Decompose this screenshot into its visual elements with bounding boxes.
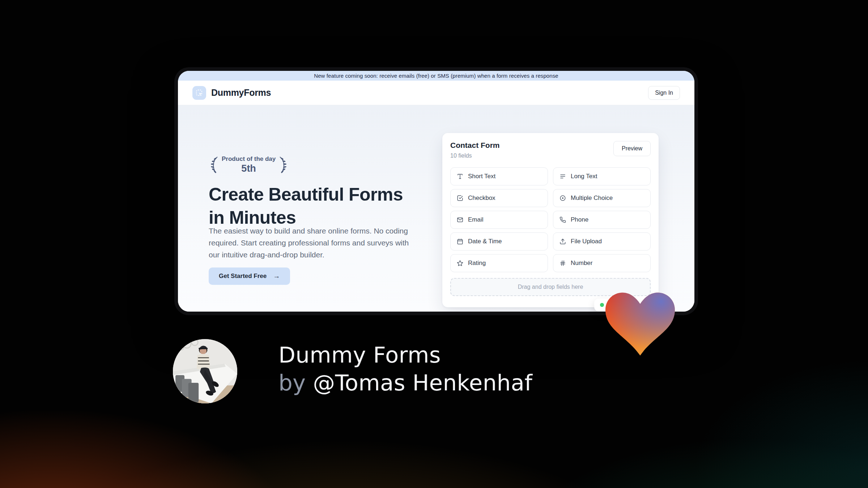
long-text-icon — [559, 173, 566, 180]
field-type-date-time[interactable]: Date & Time — [450, 232, 548, 251]
announcement-banner: New feature coming soon: receive emails … — [178, 71, 694, 81]
hero-headline: Create Beautiful Forms in Minutes — [209, 183, 411, 229]
drag-drop-text: Drag and drop fields here — [518, 284, 583, 290]
field-label: File Upload — [571, 238, 602, 245]
field-label: Long Text — [571, 173, 597, 180]
field-label: Number — [571, 260, 592, 267]
brand-name: DummyForms — [211, 87, 271, 98]
field-type-phone[interactable]: Phone — [553, 211, 651, 229]
browser-window: New feature coming soon: receive emails … — [174, 67, 698, 315]
field-label: Email — [468, 216, 484, 223]
field-label: Date & Time — [468, 238, 502, 245]
laurel-right-icon — [278, 155, 289, 175]
get-started-button[interactable]: Get Started Free → — [209, 267, 290, 285]
form-builder-card: Contact Form 10 fields Preview Short Tex… — [442, 133, 659, 307]
email-icon — [457, 217, 463, 223]
credit-text: Dummy Forms by @Tomas Henkenhaf — [278, 341, 532, 397]
hash-icon — [559, 260, 566, 266]
field-type-number[interactable]: Number — [553, 254, 651, 272]
credit-handle: @Tomas Henkenhaf — [313, 370, 532, 395]
award-title: Product of the day — [222, 156, 276, 162]
field-type-checkbox[interactable]: Checkbox — [450, 189, 548, 207]
star-icon — [457, 260, 463, 266]
field-label: Rating — [468, 260, 486, 267]
field-label: Multiple Choice — [571, 194, 613, 202]
checkbox-icon — [457, 195, 463, 201]
site-header: DummyForms Sign In — [178, 81, 694, 105]
phone-icon — [559, 217, 566, 223]
preview-button[interactable]: Preview — [613, 141, 651, 156]
field-type-email[interactable]: Email — [450, 211, 548, 229]
hero-description: The easiest way to build and share onlin… — [209, 225, 417, 261]
arrow-right-icon: → — [273, 272, 280, 280]
credit-title: Dummy Forms — [278, 341, 532, 369]
green-dot-icon — [600, 303, 604, 307]
form-title: Contact Form — [450, 141, 500, 150]
field-label: Phone — [571, 216, 588, 223]
field-type-long-text[interactable]: Long Text — [553, 167, 651, 185]
form-field-count: 10 fields — [450, 153, 500, 159]
field-type-file-upload[interactable]: File Upload — [553, 232, 651, 251]
short-text-icon — [457, 173, 463, 180]
product-of-the-day-badge: Product of the day 5th — [209, 155, 289, 175]
credit-by: by — [278, 370, 306, 395]
field-type-multiple-choice[interactable]: Multiple Choice — [553, 189, 651, 207]
brand-logo[interactable]: DummyForms — [192, 86, 271, 100]
gradient-heart-icon — [605, 292, 675, 357]
upload-icon — [559, 238, 566, 245]
author-avatar — [173, 339, 237, 403]
multiple-choice-icon — [559, 195, 566, 201]
laurel-left-icon — [209, 155, 220, 175]
calendar-icon — [457, 238, 463, 245]
award-rank: 5th — [241, 163, 256, 174]
dummyforms-logo-icon — [192, 86, 206, 100]
field-type-grid: Short Text Long Text Checkbox — [450, 167, 651, 272]
announcement-text: New feature coming soon: receive emails … — [314, 73, 558, 79]
field-type-short-text[interactable]: Short Text — [450, 167, 548, 185]
field-label: Checkbox — [468, 194, 495, 202]
page-content: Product of the day 5th Create Beautiful … — [178, 105, 694, 312]
field-label: Short Text — [468, 173, 495, 180]
get-started-label: Get Started Free — [219, 273, 267, 280]
sign-in-button[interactable]: Sign In — [648, 86, 680, 100]
field-type-rating[interactable]: Rating — [450, 254, 548, 272]
